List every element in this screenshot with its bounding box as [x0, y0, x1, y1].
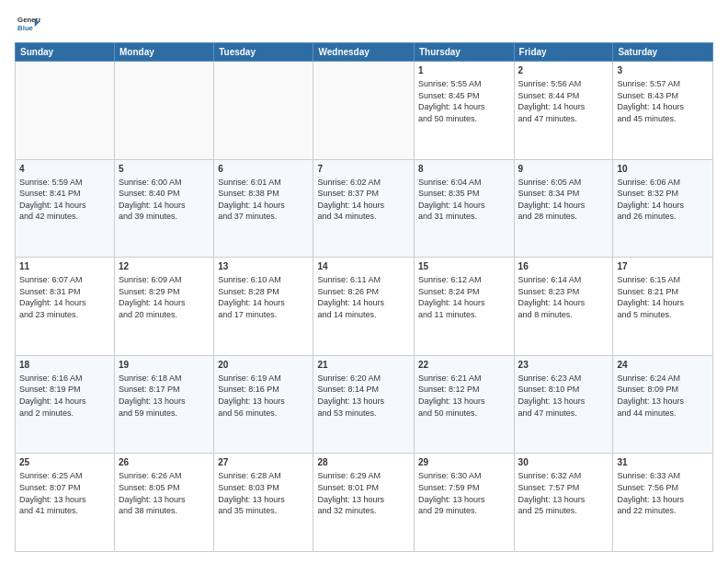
calendar-day-cell: 5Sunrise: 6:00 AMSunset: 8:40 PMDaylight… — [115, 159, 214, 258]
calendar-day-header: Wednesday — [313, 43, 414, 62]
day-info: Sunrise: 6:20 AM — [317, 373, 409, 385]
day-info: Sunset: 8:38 PM — [218, 188, 309, 200]
day-info: Daylight: 14 hours — [119, 200, 210, 212]
day-info: Sunrise: 6:07 AM — [19, 274, 110, 286]
day-info: Sunset: 8:23 PM — [518, 286, 609, 298]
day-info: and 8 minutes. — [518, 309, 609, 321]
day-info: and 53 minutes. — [317, 408, 409, 419]
day-info: and 38 minutes. — [119, 505, 210, 517]
calendar-day-cell: 19Sunrise: 6:18 AMSunset: 8:17 PMDayligh… — [115, 355, 214, 454]
day-info: Sunset: 8:37 PM — [317, 188, 409, 200]
day-info: Daylight: 13 hours — [317, 494, 409, 506]
day-number: 7 — [317, 163, 409, 176]
day-info: and 28 minutes. — [518, 211, 609, 223]
day-number: 2 — [518, 64, 609, 77]
day-info: Sunrise: 6:24 AM — [617, 373, 709, 385]
day-info: Sunset: 8:26 PM — [317, 286, 409, 298]
day-info: Sunset: 8:31 PM — [19, 286, 110, 298]
day-info: Sunset: 8:03 PM — [218, 482, 309, 494]
day-info: Sunrise: 5:56 AM — [518, 78, 609, 90]
calendar-day-cell: 18Sunrise: 6:16 AMSunset: 8:19 PMDayligh… — [16, 355, 115, 454]
day-info: and 47 minutes. — [518, 408, 609, 419]
day-info: and 42 minutes. — [19, 211, 110, 223]
calendar-day-cell: 9Sunrise: 6:05 AMSunset: 8:34 PMDaylight… — [514, 159, 613, 258]
day-info: and 31 minutes. — [418, 211, 510, 223]
day-info: Daylight: 13 hours — [617, 494, 709, 506]
day-info: Daylight: 14 hours — [218, 297, 309, 309]
calendar-day-header: Monday — [115, 43, 214, 62]
calendar-day-cell: 28Sunrise: 6:29 AMSunset: 8:01 PMDayligh… — [313, 454, 414, 552]
day-info: Daylight: 14 hours — [518, 101, 609, 113]
day-info: Sunset: 8:44 PM — [518, 90, 609, 102]
day-info: Sunrise: 6:05 AM — [518, 177, 609, 189]
logo: General Blue — [15, 11, 44, 37]
day-number: 1 — [418, 64, 510, 77]
day-info: and 39 minutes. — [119, 211, 210, 223]
day-info: and 26 minutes. — [617, 211, 709, 223]
day-info: Daylight: 14 hours — [19, 396, 110, 408]
day-info: Sunrise: 6:02 AM — [317, 177, 409, 189]
day-info: Sunrise: 6:33 AM — [617, 470, 709, 482]
calendar-day-cell: 31Sunrise: 6:33 AMSunset: 7:56 PMDayligh… — [613, 454, 713, 552]
svg-text:Blue: Blue — [17, 24, 34, 32]
day-info: Sunset: 8:21 PM — [617, 286, 709, 298]
day-info: and 11 minutes. — [418, 309, 510, 321]
day-info: Sunset: 8:19 PM — [19, 384, 110, 396]
calendar-day-cell: 20Sunrise: 6:19 AMSunset: 8:16 PMDayligh… — [214, 355, 313, 454]
day-info: Sunrise: 6:18 AM — [119, 373, 210, 385]
day-info: Sunset: 8:17 PM — [119, 384, 210, 396]
calendar-day-cell — [214, 62, 313, 160]
day-number: 9 — [518, 163, 609, 176]
day-info: and 34 minutes. — [317, 211, 409, 223]
day-info: and 50 minutes. — [418, 113, 510, 125]
day-info: Sunset: 8:35 PM — [418, 188, 510, 200]
calendar-week-row: 1Sunrise: 5:55 AMSunset: 8:45 PMDaylight… — [16, 62, 713, 160]
day-info: and 23 minutes. — [19, 309, 110, 321]
day-info: and 17 minutes. — [218, 309, 309, 321]
calendar-day-cell: 16Sunrise: 6:14 AMSunset: 8:23 PMDayligh… — [514, 258, 613, 356]
calendar-day-cell — [313, 62, 414, 160]
day-info: and 22 minutes. — [617, 505, 709, 517]
day-info: Daylight: 14 hours — [418, 200, 510, 212]
day-info: Sunrise: 6:16 AM — [19, 373, 110, 385]
day-number: 13 — [218, 260, 309, 273]
calendar-day-cell: 23Sunrise: 6:23 AMSunset: 8:10 PMDayligh… — [514, 355, 613, 454]
day-info: Sunrise: 6:09 AM — [119, 274, 210, 286]
day-info: Daylight: 14 hours — [119, 297, 210, 309]
day-info: Sunset: 8:14 PM — [317, 384, 409, 396]
calendar-day-cell: 4Sunrise: 5:59 AMSunset: 8:41 PMDaylight… — [16, 159, 115, 258]
day-number: 30 — [518, 456, 609, 469]
day-info: Sunrise: 5:59 AM — [19, 177, 110, 189]
calendar-day-cell: 24Sunrise: 6:24 AMSunset: 8:09 PMDayligh… — [613, 355, 713, 454]
day-info: Sunset: 8:28 PM — [218, 286, 309, 298]
calendar-day-cell — [115, 62, 214, 160]
day-number: 6 — [218, 163, 309, 176]
day-number: 19 — [119, 359, 210, 372]
day-info: Sunrise: 6:26 AM — [119, 470, 210, 482]
day-info: Sunset: 7:59 PM — [418, 482, 510, 494]
calendar-table: SundayMondayTuesdayWednesdayThursdayFrid… — [15, 42, 713, 552]
day-info: and 59 minutes. — [119, 408, 210, 419]
day-info: and 5 minutes. — [617, 309, 709, 321]
day-number: 11 — [19, 260, 110, 273]
day-info: Sunset: 8:45 PM — [418, 90, 510, 102]
calendar-day-cell: 11Sunrise: 6:07 AMSunset: 8:31 PMDayligh… — [16, 258, 115, 356]
day-number: 14 — [317, 260, 409, 273]
day-number: 18 — [19, 359, 110, 372]
day-info: Sunset: 8:29 PM — [119, 286, 210, 298]
day-info: Daylight: 13 hours — [119, 494, 210, 506]
calendar-week-row: 18Sunrise: 6:16 AMSunset: 8:19 PMDayligh… — [16, 355, 713, 454]
day-number: 5 — [119, 163, 210, 176]
day-number: 4 — [19, 163, 110, 176]
day-info: and 2 minutes. — [19, 408, 110, 419]
day-info: Sunrise: 6:23 AM — [518, 373, 609, 385]
day-info: Sunrise: 6:30 AM — [418, 470, 510, 482]
calendar-day-cell: 25Sunrise: 6:25 AMSunset: 8:07 PMDayligh… — [16, 454, 115, 552]
day-info: Sunrise: 6:28 AM — [218, 470, 309, 482]
day-info: Daylight: 14 hours — [617, 200, 709, 212]
day-info: Daylight: 13 hours — [218, 396, 309, 408]
day-number: 12 — [119, 260, 210, 273]
page: General Blue SundayMondayTuesdayWednesda… — [0, 0, 728, 563]
calendar-day-cell: 3Sunrise: 5:57 AMSunset: 8:43 PMDaylight… — [613, 62, 713, 160]
day-info: Daylight: 13 hours — [518, 494, 609, 506]
